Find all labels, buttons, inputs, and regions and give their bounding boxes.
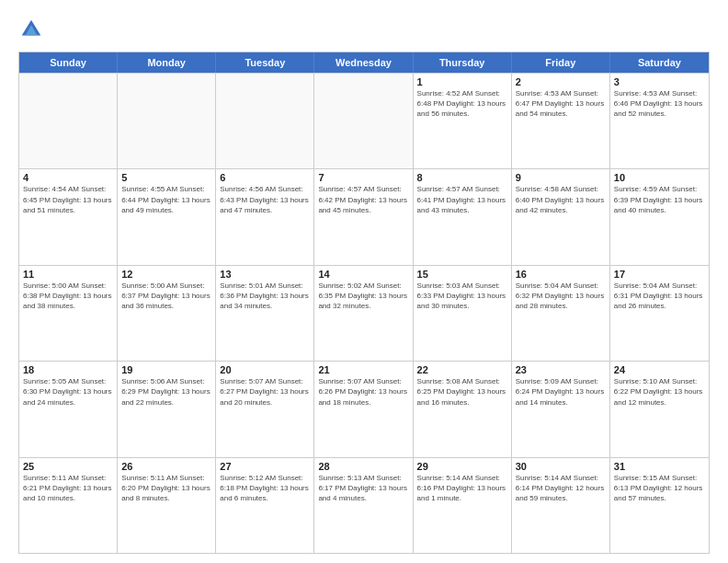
cell-date: 22 xyxy=(417,364,507,375)
calendar-cell: 29Sunrise: 5:14 AM Sunset: 6:16 PM Dayli… xyxy=(414,458,512,553)
cell-date: 24 xyxy=(614,364,705,375)
cell-date: 4 xyxy=(23,172,113,183)
calendar-body: 1Sunrise: 4:52 AM Sunset: 6:48 PM Daylig… xyxy=(19,73,709,553)
calendar-cell: 24Sunrise: 5:10 AM Sunset: 6:22 PM Dayli… xyxy=(610,362,709,456)
calendar-cell xyxy=(216,74,314,168)
cell-date: 26 xyxy=(121,461,211,472)
cell-info: Sunrise: 5:11 AM Sunset: 6:21 PM Dayligh… xyxy=(23,473,113,504)
calendar-cell xyxy=(19,74,118,168)
cell-date: 20 xyxy=(220,364,310,375)
cell-date: 1 xyxy=(417,76,507,87)
cell-date: 12 xyxy=(121,269,211,280)
cell-info: Sunrise: 5:06 AM Sunset: 6:29 PM Dayligh… xyxy=(121,376,211,408)
calendar-header: SundayMondayTuesdayWednesdayThursdayFrid… xyxy=(19,52,709,73)
header xyxy=(18,17,710,42)
calendar-cell: 19Sunrise: 5:06 AM Sunset: 6:29 PM Dayli… xyxy=(118,362,216,456)
cell-info: Sunrise: 4:58 AM Sunset: 6:40 PM Dayligh… xyxy=(516,184,606,215)
cell-info: Sunrise: 5:14 AM Sunset: 6:16 PM Dayligh… xyxy=(417,473,507,504)
calendar-week: 25Sunrise: 5:11 AM Sunset: 6:21 PM Dayli… xyxy=(19,457,709,553)
cell-info: Sunrise: 5:03 AM Sunset: 6:33 PM Dayligh… xyxy=(417,281,507,312)
cell-info: Sunrise: 5:11 AM Sunset: 6:20 PM Dayligh… xyxy=(121,473,211,504)
cell-info: Sunrise: 4:52 AM Sunset: 6:48 PM Dayligh… xyxy=(417,88,507,120)
page: SundayMondayTuesdayWednesdayThursdayFrid… xyxy=(0,0,728,563)
calendar-cell: 13Sunrise: 5:01 AM Sunset: 6:36 PM Dayli… xyxy=(216,266,314,361)
calendar-cell: 26Sunrise: 5:11 AM Sunset: 6:20 PM Dayli… xyxy=(118,458,216,553)
calendar-day-header: Thursday xyxy=(414,52,512,73)
calendar-cell xyxy=(314,74,413,168)
cell-info: Sunrise: 5:02 AM Sunset: 6:35 PM Dayligh… xyxy=(318,281,408,312)
calendar-cell: 9Sunrise: 4:58 AM Sunset: 6:40 PM Daylig… xyxy=(512,169,610,264)
calendar-day-header: Saturday xyxy=(610,52,709,73)
calendar-cell: 3Sunrise: 4:53 AM Sunset: 6:46 PM Daylig… xyxy=(610,74,709,168)
calendar-cell: 20Sunrise: 5:07 AM Sunset: 6:27 PM Dayli… xyxy=(216,362,314,456)
cell-info: Sunrise: 4:54 AM Sunset: 6:45 PM Dayligh… xyxy=(23,184,113,215)
cell-date: 28 xyxy=(318,461,408,472)
calendar-week: 18Sunrise: 5:05 AM Sunset: 6:30 PM Dayli… xyxy=(19,361,709,456)
cell-date: 15 xyxy=(417,269,507,280)
calendar-cell: 4Sunrise: 4:54 AM Sunset: 6:45 PM Daylig… xyxy=(19,169,118,264)
cell-date: 2 xyxy=(516,76,606,87)
cell-date: 5 xyxy=(121,172,211,183)
cell-info: Sunrise: 5:00 AM Sunset: 6:38 PM Dayligh… xyxy=(23,281,113,312)
calendar-cell: 18Sunrise: 5:05 AM Sunset: 6:30 PM Dayli… xyxy=(19,362,118,456)
cell-info: Sunrise: 5:13 AM Sunset: 6:17 PM Dayligh… xyxy=(318,473,408,504)
calendar-cell: 21Sunrise: 5:07 AM Sunset: 6:26 PM Dayli… xyxy=(314,362,413,456)
cell-date: 30 xyxy=(516,461,606,472)
cell-info: Sunrise: 4:57 AM Sunset: 6:42 PM Dayligh… xyxy=(318,184,408,215)
calendar-day-header: Wednesday xyxy=(314,52,413,73)
cell-info: Sunrise: 4:55 AM Sunset: 6:44 PM Dayligh… xyxy=(121,184,211,215)
cell-date: 29 xyxy=(417,461,507,472)
cell-info: Sunrise: 5:04 AM Sunset: 6:32 PM Dayligh… xyxy=(516,281,606,312)
cell-info: Sunrise: 5:08 AM Sunset: 6:25 PM Dayligh… xyxy=(417,376,507,408)
calendar-cell: 11Sunrise: 5:00 AM Sunset: 6:38 PM Dayli… xyxy=(19,266,118,361)
cell-date: 7 xyxy=(318,172,408,183)
calendar-cell: 27Sunrise: 5:12 AM Sunset: 6:18 PM Dayli… xyxy=(216,458,314,553)
calendar-cell: 28Sunrise: 5:13 AM Sunset: 6:17 PM Dayli… xyxy=(314,458,413,553)
calendar-week: 1Sunrise: 4:52 AM Sunset: 6:48 PM Daylig… xyxy=(19,73,709,168)
cell-info: Sunrise: 5:15 AM Sunset: 6:13 PM Dayligh… xyxy=(614,473,705,504)
calendar-cell: 31Sunrise: 5:15 AM Sunset: 6:13 PM Dayli… xyxy=(610,458,709,553)
calendar-cell xyxy=(118,74,216,168)
logo xyxy=(18,17,48,42)
cell-date: 23 xyxy=(516,364,606,375)
cell-date: 13 xyxy=(220,269,310,280)
cell-info: Sunrise: 5:05 AM Sunset: 6:30 PM Dayligh… xyxy=(23,376,113,408)
calendar-day-header: Tuesday xyxy=(216,52,314,73)
cell-date: 11 xyxy=(23,269,113,280)
cell-date: 3 xyxy=(614,76,705,87)
calendar-cell: 17Sunrise: 5:04 AM Sunset: 6:31 PM Dayli… xyxy=(610,266,709,361)
cell-info: Sunrise: 5:04 AM Sunset: 6:31 PM Dayligh… xyxy=(614,281,705,312)
calendar-cell: 7Sunrise: 4:57 AM Sunset: 6:42 PM Daylig… xyxy=(314,169,413,264)
cell-date: 14 xyxy=(318,269,408,280)
calendar-day-header: Monday xyxy=(118,52,216,73)
calendar-cell: 6Sunrise: 4:56 AM Sunset: 6:43 PM Daylig… xyxy=(216,169,314,264)
cell-info: Sunrise: 5:09 AM Sunset: 6:24 PM Dayligh… xyxy=(516,376,606,408)
calendar-cell: 30Sunrise: 5:14 AM Sunset: 6:14 PM Dayli… xyxy=(512,458,610,553)
cell-info: Sunrise: 4:59 AM Sunset: 6:39 PM Dayligh… xyxy=(614,184,705,215)
calendar-day-header: Friday xyxy=(512,52,610,73)
calendar-cell: 8Sunrise: 4:57 AM Sunset: 6:41 PM Daylig… xyxy=(414,169,512,264)
cell-info: Sunrise: 5:12 AM Sunset: 6:18 PM Dayligh… xyxy=(220,473,310,504)
cell-date: 6 xyxy=(220,172,310,183)
cell-info: Sunrise: 4:57 AM Sunset: 6:41 PM Dayligh… xyxy=(417,184,507,215)
calendar-week: 11Sunrise: 5:00 AM Sunset: 6:38 PM Dayli… xyxy=(19,265,709,361)
cell-date: 21 xyxy=(318,364,408,375)
cell-info: Sunrise: 5:07 AM Sunset: 6:26 PM Dayligh… xyxy=(318,376,408,408)
cell-info: Sunrise: 5:00 AM Sunset: 6:37 PM Dayligh… xyxy=(121,281,211,312)
calendar-cell: 2Sunrise: 4:53 AM Sunset: 6:47 PM Daylig… xyxy=(512,74,610,168)
calendar-cell: 25Sunrise: 5:11 AM Sunset: 6:21 PM Dayli… xyxy=(19,458,118,553)
cell-info: Sunrise: 4:56 AM Sunset: 6:43 PM Dayligh… xyxy=(220,184,310,215)
calendar-day-header: Sunday xyxy=(19,52,118,73)
calendar-cell: 23Sunrise: 5:09 AM Sunset: 6:24 PM Dayli… xyxy=(512,362,610,456)
cell-info: Sunrise: 5:10 AM Sunset: 6:22 PM Dayligh… xyxy=(614,376,705,408)
logo-icon xyxy=(18,17,44,42)
cell-date: 25 xyxy=(23,461,113,472)
calendar-cell: 12Sunrise: 5:00 AM Sunset: 6:37 PM Dayli… xyxy=(118,266,216,361)
cell-date: 8 xyxy=(417,172,507,183)
cell-info: Sunrise: 4:53 AM Sunset: 6:47 PM Dayligh… xyxy=(516,88,606,120)
cell-date: 16 xyxy=(516,269,606,280)
calendar-cell: 10Sunrise: 4:59 AM Sunset: 6:39 PM Dayli… xyxy=(610,169,709,264)
calendar-cell: 16Sunrise: 5:04 AM Sunset: 6:32 PM Dayli… xyxy=(512,266,610,361)
cell-date: 17 xyxy=(614,269,705,280)
calendar-cell: 1Sunrise: 4:52 AM Sunset: 6:48 PM Daylig… xyxy=(414,74,512,168)
